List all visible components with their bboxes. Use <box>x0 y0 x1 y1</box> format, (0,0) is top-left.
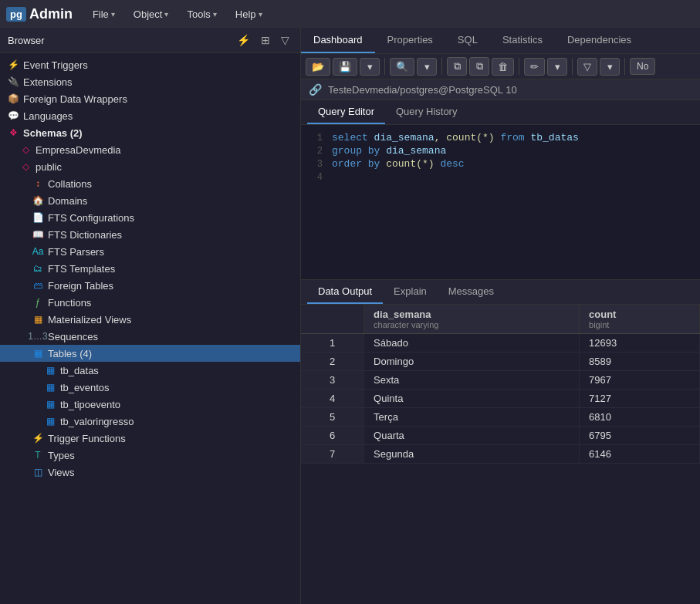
tree-item[interactable]: ❖ Schemas (2) <box>0 124 300 141</box>
tree-item[interactable]: ▦ tb_valoringresso <box>0 413 300 430</box>
tree-icon: ▦ <box>43 397 57 411</box>
tree-icon: ⚡ <box>31 431 45 445</box>
filter-icon[interactable]: ▽ <box>278 32 293 48</box>
table-row[interactable]: 6Quarta6795 <box>301 427 700 445</box>
row-number: 1 <box>301 334 364 353</box>
tree-icon: ↕ <box>31 177 45 191</box>
row-number: 3 <box>301 371 364 390</box>
col-header-count[interactable]: countbigint <box>580 305 700 334</box>
brand-pg: pg <box>6 7 26 22</box>
fn-token: count(*) <box>386 158 440 170</box>
no-limit-button[interactable]: No <box>630 58 655 75</box>
tree-label: FTS Templates <box>48 263 115 275</box>
tree-item[interactable]: ▦ tb_datas <box>0 362 300 379</box>
copy-button[interactable]: ⧉ <box>447 57 467 76</box>
tree-item[interactable]: ↕ Collations <box>0 175 300 192</box>
delete-button[interactable]: 🗑 <box>492 58 514 76</box>
tab-properties[interactable]: Properties <box>375 28 445 53</box>
data-tab-explain[interactable]: Explain <box>383 280 438 304</box>
filter-dropdown[interactable]: ▾ <box>600 58 620 76</box>
menu-tools[interactable]: Tools ▾ <box>179 5 224 23</box>
tree-item[interactable]: Aa FTS Parsers <box>0 243 300 260</box>
tree-item[interactable]: ▦ tb_tipoevento <box>0 396 300 413</box>
open-button[interactable]: 📂 <box>306 58 330 76</box>
tree-item[interactable]: 1…3 Sequences <box>0 328 300 345</box>
tab-dependencies[interactable]: Dependencies <box>555 28 644 53</box>
edit-button[interactable]: ✏ <box>524 58 545 76</box>
table-row[interactable]: 3Sexta7967 <box>301 371 700 390</box>
tab-dashboard[interactable]: Dashboard <box>301 28 375 53</box>
tree-icon: ▦ <box>31 346 45 360</box>
menu-object[interactable]: Object ▾ <box>126 5 177 23</box>
kw-token: order by <box>332 158 386 170</box>
cell-dia-semana: Quarta <box>364 427 580 445</box>
data-tab-messages[interactable]: Messages <box>438 280 505 304</box>
tree-icon: 🗂 <box>31 262 45 275</box>
table-row[interactable]: 7Segunda6146 <box>301 445 700 464</box>
tree-item[interactable]: 🏠 Domains <box>0 192 300 209</box>
row-number: 7 <box>301 445 364 464</box>
tree-item[interactable]: ⚡ Trigger Functions <box>0 430 300 447</box>
save-button[interactable]: 💾 <box>333 58 357 76</box>
tree-item[interactable]: ƒ Functions <box>0 294 300 311</box>
tree-item[interactable]: ▦ Materialized Views <box>0 311 300 328</box>
tree-label: Materialized Views <box>48 314 131 326</box>
lightning-icon[interactable]: ⚡ <box>234 32 253 48</box>
tree-item[interactable]: T Types <box>0 447 300 464</box>
save-dropdown[interactable]: ▾ <box>360 58 380 76</box>
tree-item[interactable]: 💬 Languages <box>0 107 300 124</box>
tree-area[interactable]: ⚡ Event Triggers 🔌 Extensions 📦 Foreign … <box>0 53 300 604</box>
data-tab-data-output[interactable]: Data Output <box>307 280 383 304</box>
search-button[interactable]: 🔍 <box>390 58 414 76</box>
tree-icon: ▦ <box>43 363 57 377</box>
tree-icon: ◇ <box>19 143 32 157</box>
fn-token: , count(*) <box>435 132 501 143</box>
tree-item[interactable]: ◫ Views <box>0 464 300 481</box>
cell-dia-semana: Segunda <box>364 445 580 464</box>
tree-item[interactable]: 🔌 Extensions <box>0 73 300 90</box>
brand: pg Admin <box>6 6 73 22</box>
tree-item[interactable]: 📦 Foreign Data Wrappers <box>0 90 300 107</box>
line-number: 3 <box>301 158 332 170</box>
tree-icon: 🔌 <box>6 75 20 89</box>
cell-count: 6810 <box>580 408 700 427</box>
tree-item[interactable]: ◇ public <box>0 158 300 175</box>
brand-admin: Admin <box>29 6 73 22</box>
code-editor[interactable]: 1select dia_semana, count(*) from tb_dat… <box>301 125 700 279</box>
tree-item[interactable]: 🗃 Foreign Tables <box>0 277 300 294</box>
tree-item[interactable]: ⚡ Event Triggers <box>0 56 300 73</box>
cell-dia-semana: Quinta <box>364 390 580 408</box>
line-number: 4 <box>301 171 332 183</box>
tree-item[interactable]: 🗂 FTS Templates <box>0 260 300 277</box>
tree-item[interactable]: ▦ Tables (4) <box>0 345 300 362</box>
cell-count: 6795 <box>580 427 700 445</box>
tree-item[interactable]: ▦ tb_eventos <box>0 379 300 396</box>
query-tab-query-history[interactable]: Query History <box>385 100 468 124</box>
tree-label: FTS Dictionaries <box>48 229 122 241</box>
grid-icon[interactable]: ⊞ <box>258 32 273 48</box>
tree-icon: ❖ <box>6 126 20 140</box>
id-token: dia_semana <box>374 132 435 143</box>
col-header-dia_semana[interactable]: dia_semanacharacter varying <box>364 305 580 334</box>
table-row[interactable]: 4Quinta7127 <box>301 390 700 408</box>
tree-item[interactable]: 📄 FTS Configurations <box>0 209 300 226</box>
tree-icon: T <box>31 448 45 462</box>
search-dropdown[interactable]: ▾ <box>417 58 437 76</box>
tree-label: Types <box>48 450 75 461</box>
query-tab-query-editor[interactable]: Query Editor <box>307 100 385 124</box>
filter-button[interactable]: ▽ <box>577 58 597 76</box>
tree-label: tb_datas <box>60 365 99 376</box>
paste-button[interactable]: ⧉ <box>469 57 489 76</box>
tab-statistics[interactable]: Statistics <box>490 28 555 53</box>
data-table-wrap[interactable]: dia_semanacharacter varyingcountbigint1S… <box>301 305 700 604</box>
table-row[interactable]: 5Terça6810 <box>301 408 700 427</box>
tab-sql[interactable]: SQL <box>445 28 490 53</box>
menu-file[interactable]: File ▾ <box>85 5 123 23</box>
tree-item[interactable]: ◇ EmpresaDevmedia <box>0 141 300 158</box>
row-number: 4 <box>301 390 364 408</box>
tree-item[interactable]: 📖 FTS Dictionaries <box>0 226 300 243</box>
table-row[interactable]: 1Sábado12693 <box>301 334 700 353</box>
edit-dropdown[interactable]: ▾ <box>547 58 567 76</box>
menu-help[interactable]: Help ▾ <box>228 5 270 23</box>
table-row[interactable]: 2Domingo8589 <box>301 353 700 371</box>
